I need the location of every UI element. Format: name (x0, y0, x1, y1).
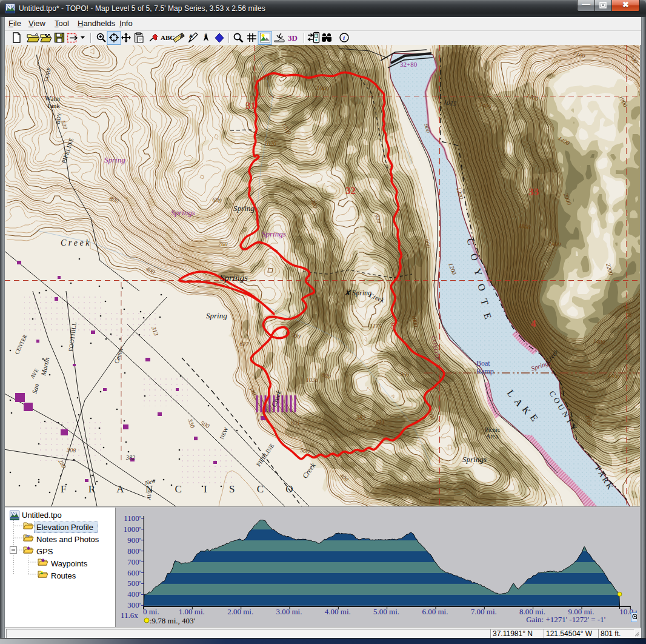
svg-text:N: N (204, 33, 207, 38)
svg-text:Ramp: Ramp (476, 367, 494, 375)
svg-text:900': 900' (127, 535, 141, 545)
svg-text:Spring: Spring (233, 204, 255, 213)
svg-text:308: 308 (66, 446, 76, 454)
svg-text:Gain: +1271' -1272' = -1': Gain: +1271' -1272' = -1' (526, 615, 605, 624)
svg-text:0 mi.: 0 mi. (143, 607, 159, 616)
svg-text:7.00 mi.: 7.00 mi. (471, 607, 497, 616)
svg-text:Spring: Spring (104, 155, 125, 164)
svg-text:Tank: Tank (47, 102, 60, 109)
svg-text:C r e e k: C r e e k (61, 238, 90, 247)
svg-text:1026: 1026 (264, 140, 276, 147)
svg-text:500': 500' (127, 579, 141, 588)
svg-text:32: 32 (345, 185, 356, 196)
svg-text:33: 33 (528, 186, 539, 198)
svg-text:Springs: Springs (220, 273, 248, 283)
svg-text:Springs: Springs (171, 208, 195, 217)
svg-text:Boat: Boat (476, 359, 490, 367)
svg-text:Springs: Springs (262, 229, 286, 238)
svg-text:Springs: Springs (462, 455, 487, 464)
svg-text:300': 300' (127, 600, 141, 609)
svg-text:1175: 1175 (370, 322, 382, 330)
svg-text::9.78 mi., 403': :9.78 mi., 403' (150, 616, 195, 625)
svg-text:631: 631 (376, 419, 385, 426)
svg-text:31: 31 (245, 100, 256, 112)
svg-text:Area: Area (486, 433, 498, 440)
svg-text:i: i (343, 34, 345, 41)
svg-text:6.00 mi.: 6.00 mi. (422, 607, 448, 616)
svg-text:Spring: Spring (206, 311, 227, 320)
svg-text:5.00 mi.: 5.00 mi. (373, 607, 399, 616)
svg-text:382: 382 (356, 414, 365, 421)
svg-text:627: 627 (239, 340, 250, 347)
svg-text:3D: 3D (288, 33, 298, 42)
svg-text:✘ Spring: ✘ Spring (344, 289, 371, 297)
svg-text:4: 4 (531, 318, 536, 329)
svg-text:ABC: ABC (161, 34, 175, 41)
svg-text:1400: 1400 (548, 240, 561, 248)
svg-text:1000': 1000' (124, 525, 141, 534)
svg-text:11.6x: 11.6x (121, 611, 138, 620)
svg-text:5: 5 (391, 320, 396, 332)
svg-text:2.00 mi.: 2.00 mi. (227, 607, 253, 616)
svg-text:1.00 mi.: 1.00 mi. (179, 607, 205, 616)
svg-text:A: A (189, 33, 193, 39)
svg-text:Picnic: Picnic (485, 426, 501, 433)
svg-text:1100': 1100' (124, 514, 141, 523)
svg-text:382: 382 (125, 454, 135, 461)
svg-text:760: 760 (218, 240, 228, 247)
svg-text:400': 400' (127, 589, 141, 599)
svg-text:32+80: 32+80 (400, 61, 418, 68)
svg-text:Water: Water (45, 95, 61, 102)
svg-text:631: 631 (291, 419, 301, 426)
svg-text:1036: 1036 (306, 377, 318, 383)
svg-text:4.00 mi.: 4.00 mi. (325, 607, 351, 616)
svg-text:600': 600' (127, 568, 141, 577)
svg-text:1000: 1000 (316, 84, 329, 92)
svg-text:966: 966 (400, 371, 410, 378)
svg-text:F R A N C I S C O: F R A N C I S C O (61, 483, 303, 495)
svg-text:700': 700' (127, 557, 141, 566)
svg-text:800': 800' (127, 546, 141, 555)
svg-text:3.00 mi.: 3.00 mi. (276, 607, 302, 616)
